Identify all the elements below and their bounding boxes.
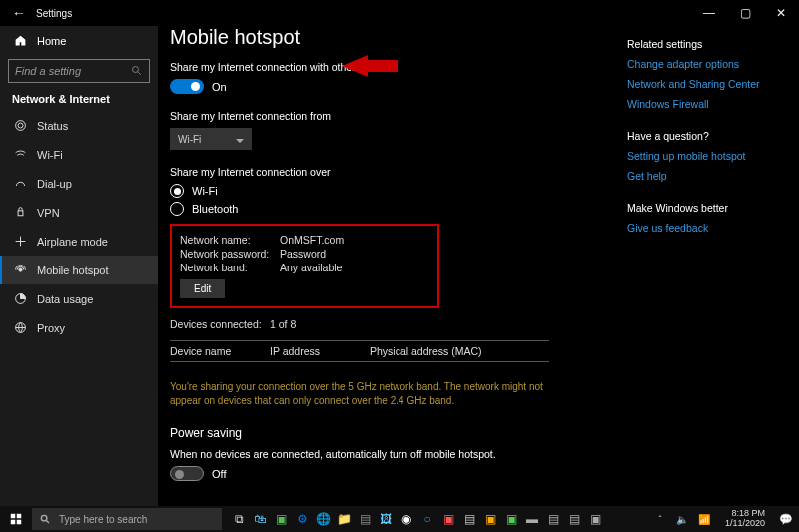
titlebar: ← Settings — ▢ ✕ [0,0,799,26]
app-icon[interactable]: ▣ [586,510,604,528]
cortana-icon[interactable]: ○ [418,510,436,528]
related-settings-heading: Related settings [627,38,787,50]
app-icon[interactable]: ▣ [439,510,457,528]
svg-line-1 [138,72,141,75]
close-button[interactable]: ✕ [763,6,799,20]
airplane-icon [14,235,27,248]
svg-point-3 [18,123,23,128]
search-icon [40,514,51,525]
sidebar-item-proxy[interactable]: Proxy [0,313,158,342]
power-saving-heading: Power saving [170,426,619,440]
share-over-label: Share my Internet connection over [170,166,619,178]
start-button[interactable] [0,513,32,525]
highlight-box: Network name:OnMSFT.com Network password… [170,224,439,308]
network-password-label: Network password: [180,248,280,260]
svg-point-5 [19,268,22,271]
app-icon[interactable]: ▤ [544,510,562,528]
vpn-icon [14,206,27,219]
home-icon [14,34,27,47]
app-icon[interactable]: ▣ [502,510,520,528]
share-from-dropdown[interactable]: Wi-Fi [170,128,252,150]
sidebar-item-label: Dial-up [37,178,72,190]
link-feedback[interactable]: Give us feedback [627,222,787,234]
status-icon [14,119,27,132]
app-icon[interactable]: 🖼 [377,510,395,528]
date: 1/11/2020 [725,519,765,529]
svg-rect-4 [18,211,23,216]
dropdown-value: Wi-Fi [178,134,201,145]
search-input[interactable]: Find a setting [8,59,150,83]
settings-app-icon[interactable]: ⚙ [293,510,311,528]
app-icon[interactable]: ▣ [481,510,499,528]
chevron-down-icon [236,134,244,145]
edit-button[interactable]: Edit [180,279,225,298]
sidebar-item-label: Wi-Fi [37,149,63,161]
wifi-icon [14,148,27,161]
taskbar-clock[interactable]: 8:18 PM 1/11/2020 [717,509,773,529]
sidebar-item-dialup[interactable]: Dial-up [0,169,158,198]
page-title: Mobile hotspot [170,26,619,49]
sidebar-item-label: Status [37,120,68,132]
svg-rect-8 [11,514,16,519]
tray-wifi-icon[interactable]: 📶 [695,510,713,528]
col-device: Device name [170,345,270,357]
svg-point-12 [41,515,47,521]
sidebar-item-mobile-hotspot[interactable]: Mobile hotspot [0,256,158,284]
radio-label: Wi-Fi [192,185,218,197]
link-setup-hotspot[interactable]: Setting up mobile hotspot [627,150,787,162]
app-icon[interactable]: ▬ [523,510,541,528]
store-icon[interactable]: 🛍 [251,510,269,528]
proxy-icon [14,321,27,334]
device-table-header: Device name IP address Physical address … [170,340,549,362]
explorer-icon[interactable]: 📁 [335,510,353,528]
back-button[interactable]: ← [12,5,26,21]
sidebar-item-airplane[interactable]: Airplane mode [0,227,158,256]
svg-rect-10 [11,520,16,525]
sidebar-item-vpn[interactable]: VPN [0,198,158,227]
col-ip: IP address [270,345,370,357]
minimize-button[interactable]: — [691,6,727,20]
tray-icon[interactable]: 🔈 [673,510,691,528]
sidebar-home[interactable]: Home [0,26,158,55]
svg-line-13 [46,520,49,523]
sidebar-section: Network & Internet [0,93,158,111]
devices-connected-label: Devices connected: [170,318,270,330]
link-get-help[interactable]: Get help [627,170,787,182]
link-network-sharing[interactable]: Network and Sharing Center [627,78,787,90]
app-icon[interactable]: ▤ [565,510,583,528]
sidebar-item-data-usage[interactable]: Data usage [0,284,158,313]
sidebar-item-label: Proxy [37,322,65,334]
sidebar-item-label: Airplane mode [37,236,108,248]
toggle-off-icon [170,466,204,481]
network-band-label: Network band: [180,262,280,273]
app-icon[interactable]: ▤ [460,510,478,528]
window-title: Settings [36,8,72,19]
task-view-icon[interactable]: ⧉ [230,510,248,528]
maximize-button[interactable]: ▢ [727,6,763,20]
app-icon[interactable]: ▣ [272,510,290,528]
radio-wifi[interactable]: Wi-Fi [170,184,619,198]
xbox-icon[interactable]: ◉ [398,510,415,528]
network-name-value: OnMSFT.com [280,234,344,246]
sidebar-item-wifi[interactable]: Wi-Fi [0,140,158,169]
data-usage-icon [14,292,27,305]
app-icon[interactable]: ▤ [356,510,374,528]
svg-rect-9 [17,514,22,519]
link-adapter-options[interactable]: Change adapter options [627,58,787,70]
taskbar-search[interactable]: Type here to search [32,508,222,530]
svg-point-0 [133,67,139,73]
power-toggle[interactable]: Off [170,466,619,481]
sidebar-item-status[interactable]: Status [0,111,158,140]
devices-connected-value: 1 of 8 [270,318,296,330]
edge-icon[interactable]: 🌐 [314,510,332,528]
link-firewall[interactable]: Windows Firewall [627,98,787,110]
toggle-state: On [212,81,227,93]
radio-bluetooth[interactable]: Bluetooth [170,202,619,216]
windows-icon [10,513,22,525]
tray-chevron-icon[interactable]: ˆ [651,510,669,528]
notification-icon[interactable]: 💬 [777,510,795,528]
sidebar: Home Find a setting Network & Internet S… [0,26,158,506]
dialup-icon [14,177,27,190]
taskbar: Type here to search ⧉ 🛍 ▣ ⚙ 🌐 📁 ▤ 🖼 ◉ ○ … [0,506,799,532]
search-placeholder: Find a setting [15,65,131,77]
